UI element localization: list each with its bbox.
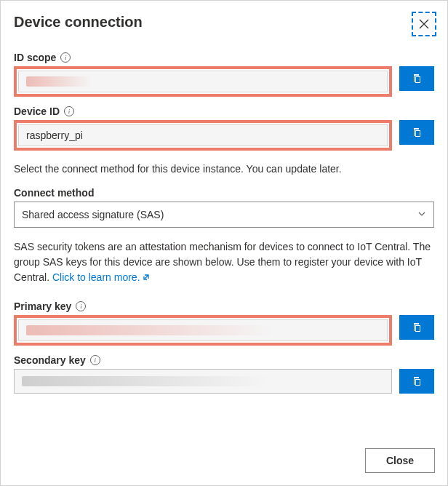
close-button[interactable]: Close: [365, 448, 435, 473]
info-icon[interactable]: i: [90, 355, 100, 365]
device-id-row: raspberry_pi: [14, 120, 434, 151]
device-connection-dialog: Device connection ID scope i Device ID i…: [0, 0, 448, 486]
copy-icon: [411, 375, 423, 387]
connect-method-value: Shared access signature (SAS): [22, 209, 164, 220]
copy-icon: [411, 322, 423, 333]
external-link-icon: [142, 271, 151, 286]
chevron-down-icon: [417, 209, 426, 220]
learn-more-link[interactable]: Click to learn more.: [52, 271, 151, 283]
secondary-key-value-redacted: [22, 376, 269, 386]
connect-method-label: Connect method: [14, 187, 94, 199]
connect-method-label-row: Connect method: [14, 187, 434, 199]
primary-key-label: Primary key: [14, 300, 71, 312]
copy-id-scope-button[interactable]: [399, 66, 434, 91]
secondary-key-row: [14, 369, 434, 394]
id-scope-highlight: [14, 66, 392, 97]
device-id-label-row: Device ID i: [14, 105, 434, 117]
connect-method-select[interactable]: Shared access signature (SAS): [14, 202, 434, 228]
close-icon: [419, 19, 429, 29]
info-icon[interactable]: i: [60, 52, 71, 63]
primary-key-field[interactable]: [18, 319, 388, 341]
dialog-title: Device connection: [14, 14, 143, 31]
copy-icon: [411, 127, 423, 138]
copy-primary-key-button[interactable]: [399, 315, 434, 340]
dialog-footer: Close: [365, 448, 435, 473]
connect-instruction: Select the connect method for this devic…: [14, 162, 434, 177]
device-id-label: Device ID: [14, 105, 60, 117]
id-scope-value-redacted: [26, 76, 92, 87]
secondary-key-field[interactable]: [14, 369, 392, 394]
copy-icon: [411, 73, 423, 84]
close-icon-button[interactable]: [414, 14, 434, 34]
id-scope-label-row: ID scope i: [14, 52, 434, 63]
sas-description: SAS security tokens are an attestation m…: [14, 239, 434, 286]
device-id-highlight: raspberry_pi: [14, 120, 392, 151]
copy-secondary-key-button[interactable]: [399, 369, 434, 394]
secondary-key-label: Secondary key: [14, 354, 86, 366]
copy-device-id-button[interactable]: [399, 120, 434, 145]
primary-key-value-redacted: [26, 325, 273, 335]
primary-key-label-row: Primary key i: [14, 300, 434, 312]
id-scope-row: [14, 66, 434, 97]
secondary-key-label-row: Secondary key i: [14, 354, 434, 366]
info-icon[interactable]: i: [64, 106, 74, 116]
id-scope-field[interactable]: [18, 71, 388, 92]
device-id-field[interactable]: raspberry_pi: [18, 124, 388, 146]
primary-key-highlight: [14, 315, 392, 346]
dialog-header: Device connection: [14, 14, 434, 34]
primary-key-row: [14, 315, 434, 346]
info-icon[interactable]: i: [76, 301, 86, 311]
id-scope-label: ID scope: [14, 52, 56, 63]
device-id-value: raspberry_pi: [26, 130, 83, 141]
